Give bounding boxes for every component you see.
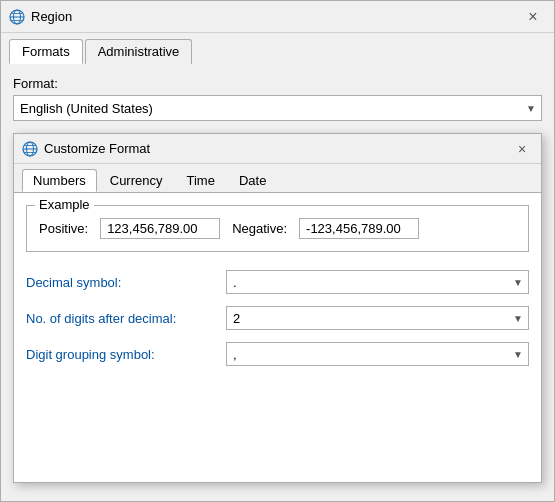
decimal-symbol-select-wrapper: . , ▼ <box>226 270 529 294</box>
format-label: Format: <box>13 76 542 91</box>
negative-value: -123,456,789.00 <box>299 218 419 239</box>
inner-close-button[interactable]: × <box>511 138 533 160</box>
example-group: Example Positive: 123,456,789.00 Negativ… <box>26 205 529 252</box>
digit-grouping-symbol-row: Digit grouping symbol: , . None ▼ <box>26 340 529 368</box>
tab-time[interactable]: Time <box>176 169 226 192</box>
tab-formats[interactable]: Formats <box>9 39 83 64</box>
inner-window-title: Customize Format <box>44 141 511 156</box>
digit-grouping-symbol-select[interactable]: , . None <box>226 342 529 366</box>
decimal-symbol-label: Decimal symbol: <box>26 275 226 290</box>
format-select[interactable]: English (United States) <box>13 95 542 121</box>
inner-body: Example Positive: 123,456,789.00 Negativ… <box>14 193 541 482</box>
format-select-wrapper: English (United States) ▼ <box>13 95 542 121</box>
customize-icon <box>22 141 38 157</box>
positive-label: Positive: <box>39 221 88 236</box>
outer-title-bar: Region × <box>1 1 554 33</box>
digits-after-decimal-row: No. of digits after decimal: 0 1 2 3 4 ▼ <box>26 304 529 332</box>
digits-after-decimal-select[interactable]: 0 1 2 3 4 <box>226 306 529 330</box>
tab-administrative[interactable]: Administrative <box>85 39 193 64</box>
negative-label: Negative: <box>232 221 287 236</box>
inner-title-bar: Customize Format × <box>14 134 541 164</box>
digit-grouping-symbol-label: Digit grouping symbol: <box>26 347 226 362</box>
tab-numbers[interactable]: Numbers <box>22 169 97 192</box>
decimal-symbol-row: Decimal symbol: . , ▼ <box>26 268 529 296</box>
region-window: Region × Formats Administrative Format: … <box>0 0 555 502</box>
example-legend: Example <box>35 197 94 212</box>
digits-after-decimal-select-wrapper: 0 1 2 3 4 ▼ <box>226 306 529 330</box>
outer-content: Format: English (United States) ▼ Custom… <box>1 64 554 501</box>
positive-value: 123,456,789.00 <box>100 218 220 239</box>
digit-grouping-symbol-select-wrapper: , . None ▼ <box>226 342 529 366</box>
example-row: Positive: 123,456,789.00 Negative: -123,… <box>39 214 516 239</box>
tab-currency[interactable]: Currency <box>99 169 174 192</box>
outer-tab-bar: Formats Administrative <box>1 33 554 64</box>
tab-date[interactable]: Date <box>228 169 277 192</box>
region-icon <box>9 9 25 25</box>
outer-window-title: Region <box>31 9 520 24</box>
decimal-symbol-select[interactable]: . , <box>226 270 529 294</box>
outer-close-button[interactable]: × <box>520 4 546 30</box>
digits-after-decimal-label: No. of digits after decimal: <box>26 311 226 326</box>
customize-format-window: Customize Format × Numbers Currency Time… <box>13 133 542 483</box>
inner-tab-bar: Numbers Currency Time Date <box>14 164 541 193</box>
